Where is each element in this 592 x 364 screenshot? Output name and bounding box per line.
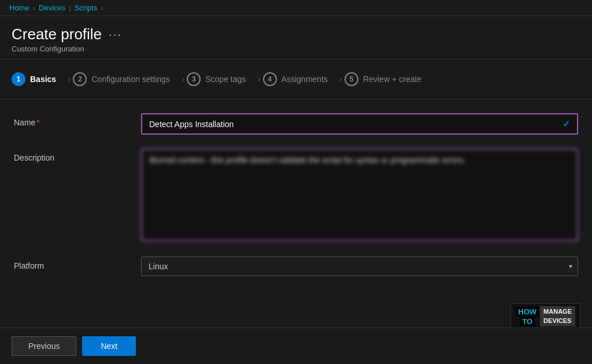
- page-title: Create profile ···: [12, 25, 122, 43]
- name-check-icon: ✓: [563, 118, 570, 129]
- step-basics[interactable]: 1 Basics: [12, 69, 65, 90]
- breadcrumb-scripts[interactable]: Scripts: [75, 3, 98, 12]
- platform-select[interactable]: Linux Windows macOS Android iOS: [141, 257, 578, 276]
- step-config-number: 2: [73, 72, 87, 86]
- step-sep-2: ›: [182, 74, 184, 84]
- name-row: Name* ✓: [14, 113, 578, 135]
- breadcrumb-sep3: ›: [101, 3, 103, 12]
- step-sep-3: ›: [257, 74, 260, 84]
- step-config-label: Configuration settings: [91, 75, 169, 84]
- step-sep-1: ›: [68, 74, 71, 84]
- footer-actions: Previous Next: [0, 328, 592, 364]
- step-assignments-number: 4: [263, 72, 277, 86]
- step-review-label: Review + create: [363, 75, 421, 84]
- step-scope[interactable]: 3 Scope tags: [187, 69, 255, 90]
- previous-button[interactable]: Previous: [12, 336, 76, 356]
- platform-select-wrap: Linux Windows macOS Android iOS ▾: [141, 257, 578, 276]
- breadcrumb-sep2: |: [69, 3, 71, 12]
- next-button[interactable]: Next: [82, 336, 136, 356]
- required-star: *: [36, 118, 39, 127]
- step-sep-4: ›: [339, 74, 342, 84]
- step-scope-label: Scope tags: [205, 75, 246, 84]
- step-review-number: 5: [345, 72, 358, 86]
- form-content: Name* ✓ Description Blurred content - th…: [0, 99, 592, 299]
- breadcrumb-sep1: ›: [33, 3, 35, 12]
- breadcrumb-home[interactable]: Home: [9, 3, 29, 12]
- step-basics-label: Basics: [30, 75, 56, 84]
- name-field-container: ✓: [141, 113, 578, 135]
- more-options-button[interactable]: ···: [109, 28, 122, 41]
- step-assignments[interactable]: 4 Assignments: [263, 69, 337, 90]
- description-input[interactable]: Blurred content - this profile doesn't v…: [141, 148, 578, 241]
- platform-row: Platform Linux Windows macOS Android iOS…: [14, 257, 578, 276]
- platform-select-container: Linux Windows macOS Android iOS ▾: [141, 257, 578, 276]
- name-input-wrap: ✓: [141, 113, 578, 135]
- step-assignments-label: Assignments: [282, 75, 328, 84]
- description-label: Description: [14, 148, 141, 162]
- name-input[interactable]: [149, 120, 563, 129]
- step-basics-number: 1: [12, 72, 25, 86]
- description-input-wrap: Blurred content - this profile doesn't v…: [141, 148, 578, 243]
- step-scope-number: 3: [187, 72, 201, 86]
- breadcrumb-devices[interactable]: Devices: [39, 3, 65, 12]
- page-header: Create profile ··· Custom Configuration: [0, 16, 592, 60]
- name-label: Name*: [14, 113, 141, 127]
- step-review[interactable]: 5 Review + create: [345, 69, 431, 90]
- watermark: HOW TO MANAGEDEVICES: [510, 303, 580, 329]
- wizard-steps: 1 Basics › 2 Configuration settings › 3 …: [0, 60, 592, 99]
- page-subtitle: Custom Configuration: [12, 44, 122, 53]
- step-config[interactable]: 2 Configuration settings: [73, 69, 179, 90]
- breadcrumb: Home › Devices | Scripts ›: [0, 0, 592, 16]
- platform-label: Platform: [14, 257, 141, 270]
- description-row: Description Blurred content - this profi…: [14, 148, 578, 243]
